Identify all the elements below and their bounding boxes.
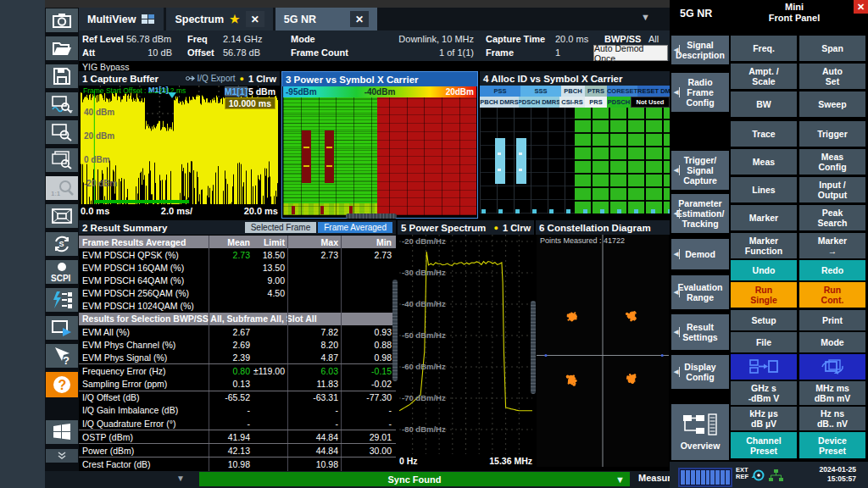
softkey-button[interactable]: ◀ Trigger/ Signal Capture (671, 151, 729, 190)
sync-refresh-button[interactable]: S (46, 232, 78, 256)
y-tick: -60 dBm/Hz (402, 362, 446, 371)
table-row: EVM Phys Signal (%) 2.39 4.87 0.98 (79, 351, 396, 363)
softkey-button[interactable]: ◀ Display Config (671, 355, 729, 389)
ref-level-label: Ref Level (82, 34, 126, 44)
window-play-button[interactable] (46, 316, 78, 340)
softkey-arrow-icon: ◀ (674, 87, 680, 97)
softkey-button[interactable]: ◀ Evaluation Range (671, 275, 729, 309)
tab-list-dropdown[interactable]: ▼ (641, 12, 650, 22)
tab-spectrum[interactable]: Spectrum ★ ✕ (166, 8, 272, 30)
capture-buffer-plot[interactable]: Frame Start Offset : 2.22812 ms M1[1] M1… (81, 86, 278, 204)
windows-logo-button[interactable] (46, 420, 78, 444)
mini-panel-key[interactable] (799, 354, 865, 380)
power-vs-symbol-heatmap[interactable] (283, 97, 476, 215)
auto-demod-once-button[interactable]: Auto Demod Once (593, 45, 668, 61)
mini-front-panel-close-button[interactable]: ✕ (854, 0, 868, 14)
scrollbar-handle[interactable] (392, 280, 398, 381)
favorite-star-icon: ★ (230, 13, 240, 25)
zoom-button[interactable] (46, 120, 78, 144)
power-spectrum-titlebar[interactable]: 5 Power Spectrum ● 1 Clrw (398, 220, 534, 235)
power-spectrum-plot[interactable]: -20 dBm/Hz -30 dBm/Hz -40 dBm/Hz -50 dBm… (399, 235, 532, 455)
mini-panel-key[interactable]: Sweep (799, 92, 865, 117)
mini-panel-key[interactable]: Hz ns dB.. nV (799, 407, 865, 430)
power-vs-symbol-titlebar[interactable]: 3 Power vs Symbol X Carrier (282, 72, 477, 86)
mini-panel-key[interactable]: Marker (731, 205, 797, 230)
zoom-one-to-one-button[interactable]: 1:1 (46, 176, 78, 200)
alloc-id-titlebar[interactable]: 4 Alloc ID vs Symbol X Carrier (480, 71, 670, 86)
frame-value: 1 (555, 47, 560, 58)
softkey-button[interactable]: ◀ Parameter Estimation/ Tracking (671, 194, 729, 233)
softkey-button[interactable]: ◀ Signal Description (671, 36, 729, 64)
open-file-button[interactable] (46, 36, 78, 60)
mini-panel-key[interactable]: Input / Output (799, 177, 865, 202)
mini-panel-key[interactable]: kHz µs dB µV (731, 407, 797, 430)
table-row: Results for Selection BWP/SS All, Subfra… (79, 313, 396, 325)
capture-buffer-titlebar[interactable]: 1 Capture Buffer I/Q Export ● 1 Clrw (79, 71, 280, 86)
multi-zoom-button[interactable] (46, 148, 78, 172)
mini-panel-key[interactable]: Undo (731, 260, 797, 280)
sync-status-bar[interactable]: Sync Found ▼ (199, 472, 630, 486)
scrollbar-handle[interactable] (531, 301, 536, 394)
mini-panel-key[interactable]: Run Single (731, 282, 797, 308)
y-tick-20dbm: 20 dBm (84, 131, 114, 141)
mini-panel-key[interactable]: MHz ms dBm mV (799, 381, 865, 405)
tab-spectrum-close-button[interactable]: ✕ (246, 11, 264, 27)
result-summary-titlebar[interactable]: 2 Result Summary Selected Frame Frame Av… (79, 220, 396, 235)
mini-panel-key[interactable]: File (731, 332, 797, 352)
mini-panel-key[interactable]: Freq. (731, 36, 797, 61)
mini-panel-key[interactable]: Channel Preset (731, 432, 797, 458)
mini-panel-key[interactable]: Setup (731, 310, 797, 330)
mini-panel-key[interactable]: Marker Function (731, 233, 797, 258)
mini-panel-key[interactable]: Ampt. / Scale (731, 64, 797, 89)
iq-export-button[interactable]: I/Q Export (186, 74, 236, 83)
mini-panel-key[interactable]: Marker → (799, 233, 865, 258)
mini-panel-key[interactable]: Meas (731, 149, 797, 175)
mini-panel-key[interactable]: Lines (731, 177, 797, 202)
frame-averaged-chip[interactable]: Frame Averaged (318, 222, 392, 233)
softkey-button[interactable]: ◀ Radio Frame Config (671, 73, 729, 112)
tab-5g-nr-close-button[interactable]: ✕ (350, 11, 369, 27)
softkey-arrow-icon: ◀ (674, 208, 680, 219)
selected-frame-chip[interactable]: Selected Frame (245, 222, 317, 233)
tab-5g-nr[interactable]: 5G NR ✕ (275, 8, 377, 30)
tab-multiview[interactable]: MultiView (79, 8, 164, 30)
mini-panel-key[interactable]: Auto Set (799, 64, 865, 89)
sync-dropdown-caret[interactable]: ▼ (615, 474, 625, 485)
mini-panel-key[interactable]: Trigger (799, 121, 865, 147)
mini-panel-key[interactable] (731, 354, 797, 380)
constellation-title: 6 Constellation Diagram (539, 223, 651, 233)
softkey-panel: 5G NR Mini Front Panel ✕ ◀ Signal Descri… (670, 0, 868, 488)
mini-panel-key[interactable]: Run Cont. (799, 282, 865, 308)
mini-panel-key[interactable]: Trace (731, 121, 797, 147)
scpi-recorder-button[interactable]: SCPI (46, 260, 78, 284)
mini-panel-key[interactable]: Print (799, 310, 865, 330)
context-help-pointer-button[interactable]: ? (46, 344, 78, 368)
help-button[interactable]: ? (46, 372, 78, 397)
mini-panel-key[interactable]: Redo (799, 260, 865, 280)
softkey-overview-button[interactable]: Overview (671, 404, 729, 460)
zoom-signal-button[interactable] (46, 92, 78, 116)
scrollbar-handle[interactable] (346, 214, 397, 219)
mini-panel-key[interactable]: Mode (799, 332, 865, 352)
toolbar-collapse-chevron[interactable] (46, 449, 78, 463)
mini-panel-key[interactable]: Meas Config (799, 149, 865, 175)
alloc-id-chart[interactable] (480, 108, 670, 214)
legend-sss: SSS (520, 86, 561, 97)
mini-panel-key[interactable]: Span (799, 36, 865, 61)
mini-panel-key[interactable]: Device Preset (799, 432, 865, 458)
alloc-legend-row1: PSS SSS PBCH PTRS CORESET CORESET DMRS (480, 86, 670, 97)
fit-window-button[interactable] (46, 204, 78, 228)
softkey-button[interactable]: ◀ Demod (671, 239, 729, 269)
mini-panel-key[interactable]: BW (731, 92, 797, 117)
save-button[interactable] (46, 64, 78, 88)
constellation-titlebar[interactable]: 6 Constellation Diagram (536, 220, 670, 235)
screenshot-camera-button[interactable] (46, 8, 78, 32)
event-sequence-button[interactable] (46, 288, 78, 312)
marker-m1-icon[interactable] (168, 92, 176, 103)
mini-panel-key[interactable]: GHz s -dBm V (731, 381, 797, 405)
softkey-button[interactable]: ◀ Result Settings (671, 314, 729, 350)
active-channel-label: 5G NR (680, 8, 712, 19)
constellation-plot[interactable]: Points Measured : 41722 (537, 235, 669, 467)
status-dropdown-caret[interactable]: ▼ (176, 474, 185, 483)
mini-panel-key[interactable]: Peak Search (799, 205, 865, 230)
